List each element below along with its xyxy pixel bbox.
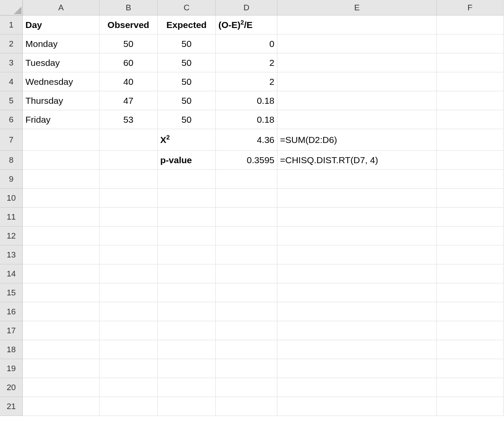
- cell-B14[interactable]: [100, 264, 158, 283]
- cell-F18[interactable]: [437, 340, 504, 359]
- cell-C12[interactable]: [158, 227, 216, 245]
- cell-C17[interactable]: [158, 321, 216, 340]
- cell-A9[interactable]: [23, 170, 100, 189]
- cell-D21[interactable]: [216, 397, 277, 416]
- cell-A11[interactable]: [23, 208, 100, 227]
- cell-C9[interactable]: [158, 170, 216, 189]
- formula-p-value[interactable]: =CHISQ.DIST.RT(D7, 4): [277, 151, 437, 170]
- row-header-14[interactable]: 14: [0, 264, 23, 283]
- cell-E1[interactable]: [277, 16, 437, 34]
- cell-D20[interactable]: [216, 378, 277, 397]
- cell-C19[interactable]: [158, 359, 216, 378]
- row-header-9[interactable]: 9: [0, 170, 23, 189]
- cell-stat-r3[interactable]: 2: [216, 53, 277, 72]
- cell-F4[interactable]: [437, 72, 504, 91]
- column-header-E[interactable]: E: [277, 0, 437, 16]
- cell-D12[interactable]: [216, 227, 277, 245]
- column-header-F[interactable]: F: [437, 0, 504, 16]
- cell-A21[interactable]: [23, 397, 100, 416]
- label-p-value[interactable]: p-value: [158, 151, 216, 170]
- cell-B10[interactable]: [100, 189, 158, 208]
- cell-A16[interactable]: [23, 302, 100, 321]
- cell-F3[interactable]: [437, 53, 504, 72]
- cell-E3[interactable]: [277, 53, 437, 72]
- cell-E16[interactable]: [277, 302, 437, 321]
- header-expected[interactable]: Expected: [158, 16, 216, 34]
- cell-A12[interactable]: [23, 227, 100, 245]
- cell-B19[interactable]: [100, 359, 158, 378]
- cell-C10[interactable]: [158, 189, 216, 208]
- cell-stat-r4[interactable]: 2: [216, 72, 277, 91]
- cell-observed-r5[interactable]: 47: [100, 91, 158, 110]
- row-header-21[interactable]: 21: [0, 397, 23, 416]
- cell-A8[interactable]: [23, 151, 100, 170]
- label-chi-square[interactable]: X2: [158, 129, 216, 151]
- cell-F21[interactable]: [437, 397, 504, 416]
- row-header-1[interactable]: 1: [0, 16, 23, 34]
- cell-F5[interactable]: [437, 91, 504, 110]
- row-header-4[interactable]: 4: [0, 72, 23, 91]
- cell-A10[interactable]: [23, 189, 100, 208]
- cell-E14[interactable]: [277, 264, 437, 283]
- cell-C14[interactable]: [158, 264, 216, 283]
- row-header-8[interactable]: 8: [0, 151, 23, 170]
- cell-E18[interactable]: [277, 340, 437, 359]
- cell-E15[interactable]: [277, 283, 437, 302]
- row-header-15[interactable]: 15: [0, 283, 23, 302]
- cell-expected-r2[interactable]: 50: [158, 34, 216, 53]
- column-header-C[interactable]: C: [158, 0, 216, 16]
- cell-B18[interactable]: [100, 340, 158, 359]
- cell-stat-r2[interactable]: 0: [216, 34, 277, 53]
- cell-F20[interactable]: [437, 378, 504, 397]
- cell-E2[interactable]: [277, 34, 437, 53]
- cell-C13[interactable]: [158, 245, 216, 264]
- cell-B8[interactable]: [100, 151, 158, 170]
- cell-C11[interactable]: [158, 208, 216, 227]
- column-header-D[interactable]: D: [216, 0, 277, 16]
- cell-F12[interactable]: [437, 227, 504, 245]
- cell-B13[interactable]: [100, 245, 158, 264]
- cell-C20[interactable]: [158, 378, 216, 397]
- cell-B11[interactable]: [100, 208, 158, 227]
- row-header-11[interactable]: 11: [0, 208, 23, 227]
- cell-B15[interactable]: [100, 283, 158, 302]
- cell-A13[interactable]: [23, 245, 100, 264]
- cell-E19[interactable]: [277, 359, 437, 378]
- cell-B16[interactable]: [100, 302, 158, 321]
- formula-chi-square[interactable]: =SUM(D2:D6): [277, 129, 437, 151]
- cell-B7[interactable]: [100, 129, 158, 151]
- cell-D15[interactable]: [216, 283, 277, 302]
- row-header-17[interactable]: 17: [0, 321, 23, 340]
- header-day[interactable]: Day: [23, 16, 100, 34]
- cell-F11[interactable]: [437, 208, 504, 227]
- cell-D18[interactable]: [216, 340, 277, 359]
- select-all-corner[interactable]: [0, 0, 23, 16]
- cell-stat-r5[interactable]: 0.18: [216, 91, 277, 110]
- column-header-B[interactable]: B: [100, 0, 158, 16]
- cell-A20[interactable]: [23, 378, 100, 397]
- column-header-A[interactable]: A: [23, 0, 100, 16]
- cell-F1[interactable]: [437, 16, 504, 34]
- cell-F6[interactable]: [437, 110, 504, 129]
- cell-expected-r6[interactable]: 50: [158, 110, 216, 129]
- cell-day-wednesday[interactable]: Wednesday: [23, 72, 100, 91]
- cell-A17[interactable]: [23, 321, 100, 340]
- cell-F8[interactable]: [437, 151, 504, 170]
- cell-day-monday[interactable]: Monday: [23, 34, 100, 53]
- row-header-13[interactable]: 13: [0, 245, 23, 264]
- cell-B9[interactable]: [100, 170, 158, 189]
- cell-D17[interactable]: [216, 321, 277, 340]
- cell-E9[interactable]: [277, 170, 437, 189]
- cell-observed-r3[interactable]: 60: [100, 53, 158, 72]
- cell-day-friday[interactable]: Friday: [23, 110, 100, 129]
- cell-E20[interactable]: [277, 378, 437, 397]
- cell-observed-r4[interactable]: 40: [100, 72, 158, 91]
- row-header-10[interactable]: 10: [0, 189, 23, 208]
- value-p-value[interactable]: 0.3595: [216, 151, 277, 170]
- cell-F2[interactable]: [437, 34, 504, 53]
- row-header-12[interactable]: 12: [0, 227, 23, 245]
- cell-expected-r4[interactable]: 50: [158, 72, 216, 91]
- row-header-3[interactable]: 3: [0, 53, 23, 72]
- cell-A14[interactable]: [23, 264, 100, 283]
- row-header-2[interactable]: 2: [0, 34, 23, 53]
